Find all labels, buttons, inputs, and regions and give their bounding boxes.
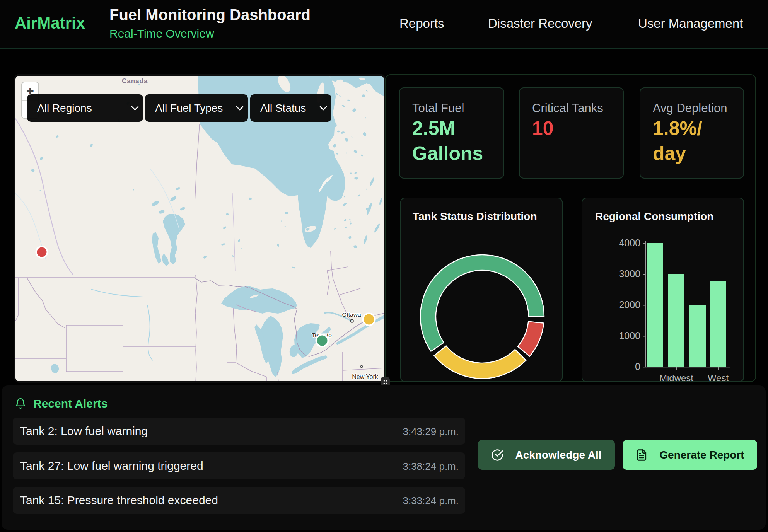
svg-text:3000: 3000 xyxy=(619,268,640,279)
svg-text:Canada: Canada xyxy=(122,77,148,85)
svg-text:West: West xyxy=(708,373,729,382)
svg-text:2000: 2000 xyxy=(619,299,640,310)
svg-text:Ottawa: Ottawa xyxy=(342,311,361,318)
svg-text:1000: 1000 xyxy=(619,330,640,341)
svg-text:0: 0 xyxy=(635,361,640,372)
svg-text:4000: 4000 xyxy=(619,237,640,248)
svg-text:Midwest: Midwest xyxy=(659,373,693,382)
svg-text:New York: New York xyxy=(352,373,379,380)
